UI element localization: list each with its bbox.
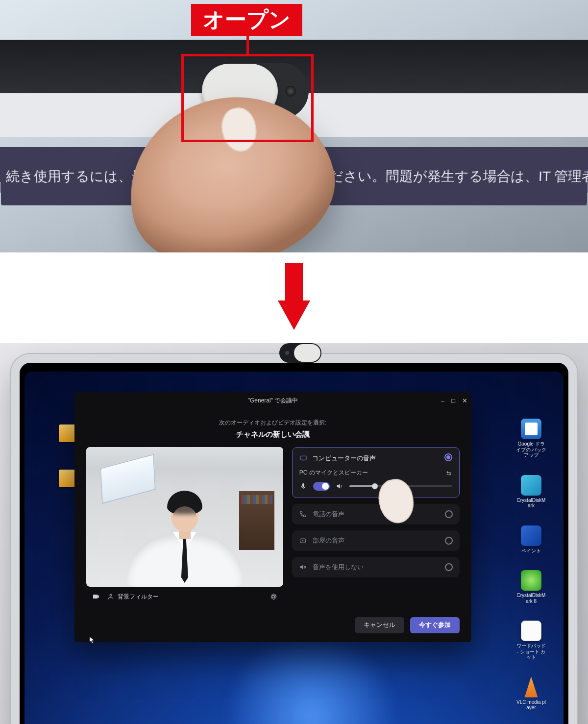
desktop-icon-gdrive[interactable]: Google ドライブの バックアップ — [515, 419, 547, 458]
laptop-screen: Google ドライブの バックアップ CrystalDiskMark ペイント… — [24, 372, 564, 724]
audio-option-phone[interactable]: 電話の音声 — [292, 504, 460, 524]
background-filter-label: 背景フィルター — [118, 593, 159, 601]
disk-icon — [521, 475, 541, 496]
mic-icon — [299, 482, 307, 490]
person-in-camera — [126, 494, 244, 587]
desktop-icon-paint[interactable]: ペイント — [515, 525, 547, 554]
mic-speaker-row[interactable]: PC のマイクとスピーカー ⇆ — [299, 469, 452, 477]
window-titlebar[interactable]: "General" で会議中 – □ ✕ — [74, 392, 471, 409]
camera-icon — [92, 593, 100, 600]
audio-options-column: コンピューターの音声 PC のマイクとスピーカー ⇆ — [292, 447, 460, 606]
photo-laptop-teams: Google ドライブの バックアップ CrystalDiskMark ペイント… — [0, 343, 588, 724]
prejoin-subtitle: 次のオーディオおよびビデオ設定を選択: — [74, 419, 471, 427]
desktop-icon-label: Google ドライブの バックアップ — [515, 441, 547, 458]
desktop-icon-crystaldiskmark[interactable]: CrystalDiskMark — [515, 475, 547, 509]
radio-selected-icon — [444, 453, 452, 461]
mic-toggle[interactable] — [313, 482, 330, 491]
audio-option-label: 音声を使用しない — [313, 563, 364, 572]
mute-icon — [299, 563, 307, 571]
window-maximize-button[interactable]: □ — [451, 397, 455, 404]
webcam-lens — [285, 351, 289, 355]
teams-prejoin-window: "General" で会議中 – □ ✕ 次のオーディオおよびビデオ設定を選択:… — [74, 392, 471, 642]
settings-caret-icon[interactable]: ⇆ — [446, 470, 452, 476]
desktop-icon-label: CrystalDiskMark 8 — [515, 593, 547, 604]
camera-preview — [86, 447, 283, 587]
preview-toolbar: 背景フィルター — [86, 587, 283, 606]
svg-point-0 — [110, 594, 112, 596]
cancel-button[interactable]: キャンセル — [355, 617, 404, 633]
audio-option-label: コンピューターの音声 — [312, 454, 376, 463]
annotation-pointer-line — [246, 34, 249, 56]
desktop-icon-crystaldiskmark8[interactable]: CrystalDiskMark 8 — [515, 570, 547, 604]
desktop-icon-label: ワードパッド - ショート カット — [515, 643, 547, 660]
mouse-cursor-icon — [88, 636, 96, 644]
speaker-icon — [336, 482, 343, 490]
desktop-icon-label: VLC media player — [515, 699, 547, 711]
computer-icon — [299, 454, 307, 462]
desktop-right-icons: Google ドライブの バックアップ CrystalDiskMark ペイント… — [515, 419, 547, 724]
window-title: "General" で会議中 — [248, 397, 298, 405]
laptop-frame: Google ドライブの バックアップ CrystalDiskMark ペイント… — [11, 354, 577, 724]
radio-unselected-icon — [445, 537, 453, 545]
audio-option-room[interactable]: 部屋の音声 — [292, 530, 460, 551]
vlc-icon — [521, 677, 541, 698]
camera-toggle-button[interactable] — [92, 593, 100, 600]
join-now-button[interactable]: 今すぐ参加 — [410, 617, 460, 633]
laptop-webcam-cover-closed — [279, 343, 321, 363]
annotation-box — [181, 54, 314, 142]
photo-webcam-cover-open: 続き使用するには、最新の てください。問題が発生する場合は、IT 管理者にお問い… — [0, 0, 588, 252]
desktop-icon-wordpad[interactable]: ワードパッド - ショート カット — [515, 621, 547, 660]
svg-point-3 — [302, 540, 303, 542]
wordpad-icon — [521, 621, 541, 641]
audio-option-none[interactable]: 音声を使用しない — [292, 557, 460, 577]
svg-rect-1 — [300, 456, 306, 460]
audio-option-label: 電話の音声 — [313, 510, 344, 519]
desktop-icon-vlc[interactable]: VLC media player — [515, 677, 547, 711]
video-preview-column: 背景フィルター — [86, 447, 283, 606]
phone-icon — [299, 510, 307, 518]
room-icon — [299, 537, 307, 545]
desktop-icon-label: CrystalDiskMark — [515, 498, 547, 509]
audio-option-computer[interactable]: コンピューターの音声 PC のマイクとスピーカー ⇆ — [292, 447, 460, 498]
radio-unselected-icon — [445, 563, 453, 571]
paint-icon — [521, 525, 541, 546]
prejoin-header: 次のオーディオおよびビデオ設定を選択: チャネルの新しい会議 — [74, 409, 471, 447]
window-controls: – □ ✕ — [441, 392, 467, 409]
gear-icon — [270, 593, 277, 600]
prejoin-title: チャネルの新しい会議 — [74, 430, 471, 439]
desktop-icon-label: ペイント — [515, 548, 547, 554]
audio-option-label: 部屋の音声 — [313, 536, 344, 545]
radio-unselected-icon — [445, 510, 453, 518]
device-settings-button[interactable] — [270, 593, 277, 600]
prejoin-footer: キャンセル 今すぐ参加 — [74, 613, 471, 642]
window-minimize-button[interactable]: – — [441, 397, 444, 404]
benchmark-icon — [521, 570, 541, 591]
background-filter-button[interactable]: 背景フィルター — [107, 593, 159, 601]
down-arrow-icon — [278, 263, 310, 333]
document-icon — [521, 419, 541, 439]
webcam-cover-slider — [294, 344, 320, 362]
banner-text-right: てください。問題が発生する場合は、IT 管理者にお問い — [301, 167, 588, 186]
volume-slider[interactable] — [349, 485, 452, 487]
mic-speaker-label: PC のマイクとスピーカー — [299, 469, 368, 477]
window-close-button[interactable]: ✕ — [462, 397, 467, 404]
background-effects-icon — [107, 593, 115, 600]
annotation-open-label: オープン — [191, 4, 302, 36]
